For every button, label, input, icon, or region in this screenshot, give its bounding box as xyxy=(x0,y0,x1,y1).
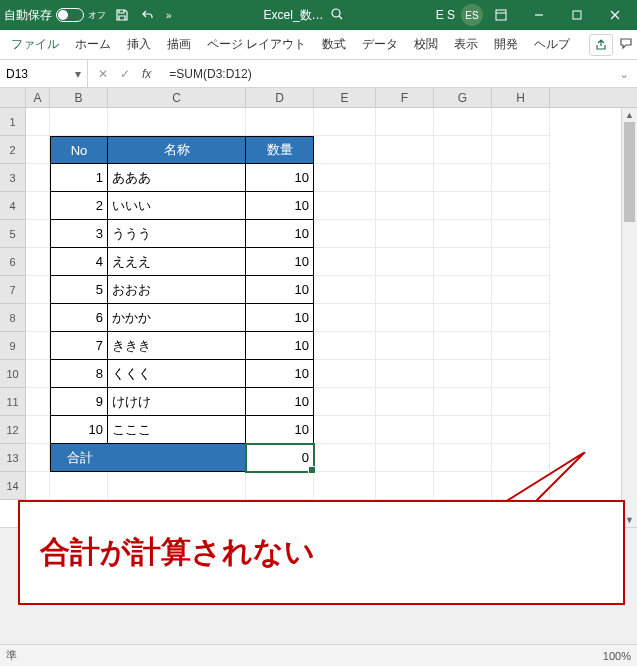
cell[interactable]: かかか xyxy=(108,304,246,332)
cell[interactable] xyxy=(376,388,434,416)
cell[interactable] xyxy=(26,108,50,136)
tab-page-layout[interactable]: ページ レイアウト xyxy=(200,32,313,57)
col-header-A[interactable]: A xyxy=(26,88,50,107)
row-header[interactable]: 6 xyxy=(0,248,26,276)
header-name[interactable]: 名称 xyxy=(108,136,246,164)
cell[interactable] xyxy=(314,276,376,304)
tab-draw[interactable]: 描画 xyxy=(160,32,198,57)
formula-expand-icon[interactable]: ⌄ xyxy=(611,67,637,81)
row-header[interactable]: 13 xyxy=(0,444,26,472)
formula-bar[interactable]: =SUM(D3:D12) xyxy=(161,67,611,81)
cell[interactable] xyxy=(434,304,492,332)
row-header[interactable]: 8 xyxy=(0,304,26,332)
share-button[interactable] xyxy=(589,34,613,56)
tab-insert[interactable]: 挿入 xyxy=(120,32,158,57)
cell[interactable]: 10 xyxy=(246,360,314,388)
cell[interactable] xyxy=(26,248,50,276)
cell[interactable] xyxy=(376,192,434,220)
col-header-E[interactable]: E xyxy=(314,88,376,107)
cell[interactable] xyxy=(434,360,492,388)
cell[interactable]: 10 xyxy=(246,304,314,332)
cell[interactable] xyxy=(314,304,376,332)
cell[interactable] xyxy=(376,248,434,276)
col-header-D[interactable]: D xyxy=(246,88,314,107)
cell[interactable] xyxy=(376,332,434,360)
row-header[interactable]: 7 xyxy=(0,276,26,304)
scrollbar-thumb[interactable] xyxy=(624,122,635,222)
col-header-F[interactable]: F xyxy=(376,88,434,107)
tab-view[interactable]: 表示 xyxy=(447,32,485,57)
tab-review[interactable]: 校閲 xyxy=(407,32,445,57)
cell[interactable]: 10 xyxy=(50,416,108,444)
fx-icon[interactable]: fx xyxy=(142,67,151,81)
cell[interactable] xyxy=(434,416,492,444)
cell[interactable] xyxy=(376,472,434,500)
name-box[interactable]: D13 ▾ xyxy=(0,60,88,87)
cell[interactable] xyxy=(26,416,50,444)
cell[interactable] xyxy=(492,164,550,192)
tab-help[interactable]: ヘルプ xyxy=(527,32,577,57)
cell[interactable] xyxy=(246,472,314,500)
cell[interactable] xyxy=(314,388,376,416)
header-no[interactable]: No xyxy=(50,136,108,164)
cell[interactable] xyxy=(434,332,492,360)
cell[interactable]: いいい xyxy=(108,192,246,220)
cell[interactable] xyxy=(434,108,492,136)
cell[interactable] xyxy=(26,192,50,220)
row-header[interactable]: 9 xyxy=(0,332,26,360)
cell[interactable] xyxy=(492,388,550,416)
cell[interactable] xyxy=(314,192,376,220)
cell[interactable]: 10 xyxy=(246,248,314,276)
comments-icon[interactable] xyxy=(619,36,633,53)
total-label[interactable]: 合計 xyxy=(50,444,108,472)
cell[interactable] xyxy=(314,108,376,136)
cell[interactable]: おおお xyxy=(108,276,246,304)
chevron-down-icon[interactable]: ▾ xyxy=(75,67,81,81)
enter-formula-icon[interactable]: ✓ xyxy=(120,67,130,81)
cell[interactable] xyxy=(434,136,492,164)
cell[interactable] xyxy=(26,220,50,248)
cell[interactable]: 10 xyxy=(246,164,314,192)
select-all-corner[interactable] xyxy=(0,88,26,107)
cell[interactable] xyxy=(314,220,376,248)
tab-formulas[interactable]: 数式 xyxy=(315,32,353,57)
cell[interactable] xyxy=(108,444,246,472)
cell[interactable] xyxy=(492,136,550,164)
row-header[interactable]: 14 xyxy=(0,472,26,500)
cell[interactable]: こここ xyxy=(108,416,246,444)
vertical-scrollbar[interactable]: ▲ ▼ xyxy=(621,108,637,527)
cell[interactable] xyxy=(376,276,434,304)
cell[interactable]: 2 xyxy=(50,192,108,220)
tab-data[interactable]: データ xyxy=(355,32,405,57)
cell[interactable] xyxy=(314,332,376,360)
cell[interactable]: 10 xyxy=(246,220,314,248)
cell[interactable] xyxy=(434,388,492,416)
scroll-up-icon[interactable]: ▲ xyxy=(622,108,637,122)
tab-file[interactable]: ファイル xyxy=(4,32,66,57)
cell[interactable]: 10 xyxy=(246,332,314,360)
col-header-C[interactable]: C xyxy=(108,88,246,107)
cell[interactable] xyxy=(26,304,50,332)
cell[interactable]: 5 xyxy=(50,276,108,304)
cell[interactable]: 9 xyxy=(50,388,108,416)
row-header[interactable]: 12 xyxy=(0,416,26,444)
row-header[interactable]: 11 xyxy=(0,388,26,416)
cell[interactable] xyxy=(492,192,550,220)
cell[interactable] xyxy=(26,276,50,304)
maximize-icon[interactable] xyxy=(559,0,595,30)
cell[interactable]: 1 xyxy=(50,164,108,192)
autosave-toggle[interactable]: 自動保存 オフ xyxy=(4,7,106,24)
cell[interactable] xyxy=(246,108,314,136)
zoom-level[interactable]: 100% xyxy=(603,650,631,662)
cell[interactable]: えええ xyxy=(108,248,246,276)
cell[interactable]: 8 xyxy=(50,360,108,388)
cell[interactable] xyxy=(492,220,550,248)
cell[interactable] xyxy=(434,164,492,192)
cell[interactable] xyxy=(492,276,550,304)
undo-icon[interactable] xyxy=(140,7,156,23)
cell[interactable] xyxy=(492,108,550,136)
cell[interactable] xyxy=(434,192,492,220)
cell[interactable] xyxy=(376,444,434,472)
cell[interactable] xyxy=(314,416,376,444)
tab-home[interactable]: ホーム xyxy=(68,32,118,57)
